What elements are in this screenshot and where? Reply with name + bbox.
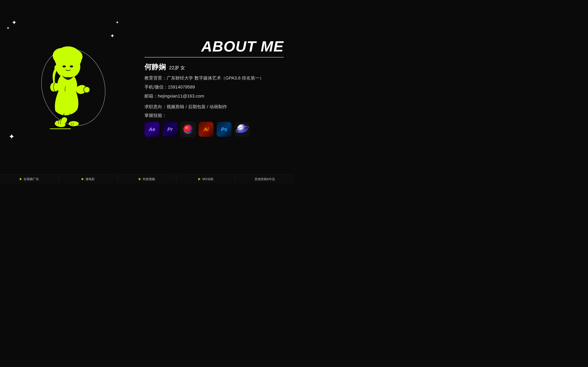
svg-point-8 xyxy=(67,50,83,63)
c4d-icon xyxy=(235,122,250,137)
character-illustration xyxy=(37,38,105,136)
sparkle-star-1: ✦ xyxy=(12,19,17,26)
nav-play-vfx xyxy=(139,178,141,180)
title-divider xyxy=(144,57,284,58)
education-value: 广东财经大学 数字媒体艺术（GPA3.8 排名第一） xyxy=(167,75,264,81)
ps-label: Ps xyxy=(221,126,227,132)
sparkle-star-4: ✦ xyxy=(9,133,15,140)
ai-icon: Ai xyxy=(199,122,214,137)
nav-item-other[interactable]: 其他技能&作品 xyxy=(235,175,294,184)
pr-icon: Pr xyxy=(163,122,177,137)
nav-label-short-video: 短视频广告 xyxy=(24,177,39,181)
bottom-nav: 短视频广告 微电影 特效视频 MG动画 其他技能&作品 xyxy=(0,174,294,184)
nav-item-mg[interactable]: MG动画 xyxy=(176,175,235,184)
profile-age-gender: 22岁 女 xyxy=(169,65,185,71)
svg-point-7 xyxy=(53,48,70,63)
nav-label-other: 其他技能&作品 xyxy=(255,177,275,181)
svg-point-24 xyxy=(237,124,247,134)
sparkle-star-2: ✦ xyxy=(7,26,9,30)
email-value: hejingxian11@163.com xyxy=(158,93,204,99)
about-title: ABOUT ME xyxy=(144,38,284,55)
email-label: 邮箱： xyxy=(144,93,158,99)
svg-line-16 xyxy=(60,121,61,124)
skills-label: 掌握技能： xyxy=(144,112,284,118)
education-label: 教育背景： xyxy=(144,75,167,81)
character-area: ✦ ✦ ✦ ✦ ✦ xyxy=(0,0,141,174)
profile-name: 何静娴 xyxy=(144,62,166,72)
svg-point-11 xyxy=(54,65,58,70)
nav-label-vfx: 特效视频 xyxy=(143,177,155,181)
nav-label-mg: MG动画 xyxy=(202,177,213,181)
nav-item-vfx[interactable]: 特效视频 xyxy=(118,175,177,184)
nav-play-short-video xyxy=(20,178,22,180)
job-label: 求职意向： xyxy=(144,104,167,109)
davinci-icon xyxy=(181,122,196,137)
phone-value: 15914079589 xyxy=(168,84,195,90)
nav-play-mg xyxy=(198,178,201,180)
svg-line-15 xyxy=(58,121,58,124)
sparkle-star-5: ✦ xyxy=(115,20,119,25)
phone-label: 手机/微信： xyxy=(144,84,168,90)
ps-icon: Ps xyxy=(216,122,232,137)
pr-label: Pr xyxy=(167,126,173,132)
job-line: 求职意向：视频剪辑 / 后期包装 / 动画制作 xyxy=(144,103,284,110)
phone-line: 手机/微信：15914079589 xyxy=(144,84,284,90)
nav-item-film[interactable]: 微电影 xyxy=(59,175,118,184)
svg-point-10 xyxy=(70,66,73,67)
education-line: 教育背景：广东财经大学 数字媒体艺术（GPA3.8 排名第一） xyxy=(144,75,284,81)
sparkle-star-3: ✦ xyxy=(110,33,115,39)
svg-point-3 xyxy=(84,87,90,93)
job-value: 视频剪辑 / 后期包装 / 动画制作 xyxy=(167,104,227,109)
svg-point-20 xyxy=(183,125,193,134)
ae-icon: Ae xyxy=(144,122,159,137)
ae-label: Ae xyxy=(149,126,155,132)
ai-label: Ai xyxy=(203,126,208,132)
name-row: 何静娴 22岁 女 xyxy=(144,62,284,72)
info-area: ABOUT ME 何静娴 22岁 女 教育背景：广东财经大学 数字媒体艺术（GP… xyxy=(141,0,294,174)
nav-label-film: 微电影 xyxy=(86,177,95,181)
email-line: 邮箱：hejingxian11@163.com xyxy=(144,93,284,100)
software-icons-row: Ae Pr xyxy=(144,122,284,137)
svg-point-9 xyxy=(62,66,66,67)
nav-item-short-video[interactable]: 短视频广告 xyxy=(0,175,59,184)
nav-play-film xyxy=(82,178,84,180)
